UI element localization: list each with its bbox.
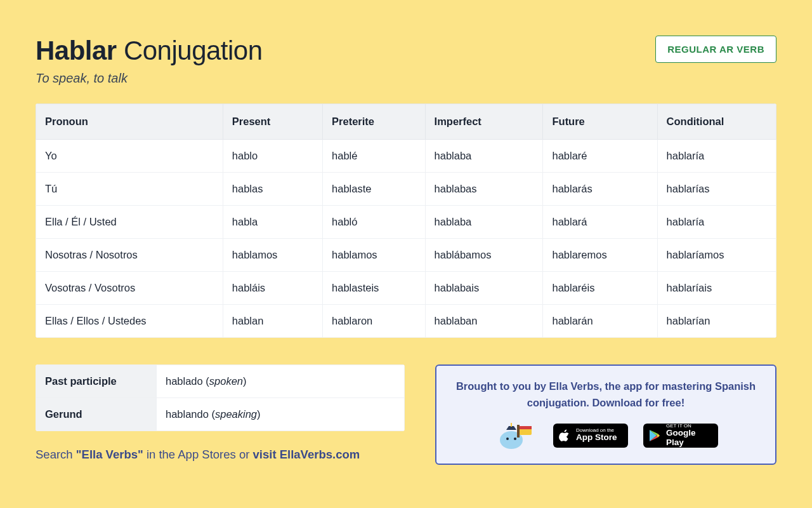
table-cell: hablamos <box>323 239 426 272</box>
table-header: Preterite <box>323 104 426 140</box>
table-cell: hablaron <box>323 305 426 338</box>
app-store-button[interactable]: Download on the App Store <box>553 424 628 448</box>
table-cell: Ella / Él / Usted <box>36 206 223 239</box>
header: Hablar Conjugation To speak, to talk REG… <box>36 36 776 86</box>
table-cell: Nosotras / Nosotros <box>36 239 223 272</box>
table-row: Yohablohabléhablabahablaréhablaría <box>36 140 776 173</box>
table-cell: hablaste <box>323 173 426 206</box>
search-instructions: Search "Ella Verbs" in the App Stores or… <box>36 448 405 462</box>
svg-rect-6 <box>511 423 512 427</box>
table-cell: hablaré <box>543 140 657 173</box>
table-row: Ellas / Ellos / Ustedeshablanhablaronhab… <box>36 305 776 338</box>
table-cell: hablasteis <box>323 272 426 305</box>
table-cell: hablaremos <box>543 239 657 272</box>
table-cell: hablarás <box>543 173 657 206</box>
table-header-row: PronounPresentPreteriteImperfectFutureCo… <box>36 104 776 140</box>
table-cell: hablo <box>223 140 322 173</box>
forms-table: Past participle hablado (spoken) Gerund … <box>36 364 405 431</box>
title-block: Hablar Conjugation To speak, to talk <box>36 36 263 86</box>
google-play-button[interactable]: GET IT ON Google Play <box>643 424 718 448</box>
past-participle-value: hablado (spoken) <box>157 365 405 398</box>
svg-rect-5 <box>517 425 520 438</box>
past-participle-row: Past participle hablado (spoken) <box>36 365 405 398</box>
gerund-value: hablando (speaking) <box>157 398 405 431</box>
table-body: YohablohabléhablabahablaréhablaríaTúhabl… <box>36 140 776 338</box>
table-cell: habla <box>223 206 322 239</box>
table-cell: hablaría <box>657 206 776 239</box>
table-cell: hablamos <box>223 239 322 272</box>
table-row: Ella / Él / Ustedhablahablóhablabahablar… <box>36 206 776 239</box>
table-header: Imperfect <box>425 104 543 140</box>
website-link[interactable]: visit EllaVerbs.com <box>253 448 360 461</box>
title-suffix: Conjugation <box>124 36 263 65</box>
table-cell: Vosotras / Vosotros <box>36 272 223 305</box>
page-title: Hablar Conjugation <box>36 36 263 66</box>
app-store-big-text: App Store <box>576 433 620 443</box>
table-cell: hablaréis <box>543 272 657 305</box>
forms-section: Past participle hablado (spoken) Gerund … <box>36 364 405 462</box>
table-cell: hablarán <box>543 305 657 338</box>
conjugation-table: PronounPresentPreteriteImperfectFutureCo… <box>36 104 776 338</box>
table-cell: hablaba <box>425 206 543 239</box>
verb-name: Hablar <box>36 36 117 65</box>
gerund-row: Gerund hablando (speaking) <box>36 398 405 431</box>
table-cell: Tú <box>36 173 223 206</box>
past-participle-label: Past participle <box>36 365 157 398</box>
table-row: Túhablashablastehablabashablaráshablaría… <box>36 173 776 206</box>
table-cell: hablaríamos <box>657 239 776 272</box>
table-header: Pronoun <box>36 104 223 140</box>
table-cell: habló <box>323 206 426 239</box>
table-cell: hablé <box>323 140 426 173</box>
table-row: Vosotras / Vosotroshabláishablasteishabl… <box>36 272 776 305</box>
table-cell: Yo <box>36 140 223 173</box>
google-play-icon <box>649 429 660 442</box>
gerund-label: Gerund <box>36 398 157 431</box>
svg-point-2 <box>514 438 516 440</box>
table-cell: Ellas / Ellos / Ustedes <box>36 305 223 338</box>
table-cell: hablan <box>223 305 322 338</box>
table-header: Present <box>223 104 322 140</box>
promo-buttons-row: Download on the App Store GET IT ON Goog… <box>454 421 757 450</box>
mascot-icon <box>494 421 538 450</box>
table-cell: hablaban <box>425 305 543 338</box>
table-cell: hablará <box>543 206 657 239</box>
bottom-section: Past participle hablado (spoken) Gerund … <box>36 364 776 465</box>
table-header: Conditional <box>657 104 776 140</box>
promo-text: Brought to you by Ella Verbs, the app fo… <box>454 378 757 411</box>
table-cell: hablaría <box>657 140 776 173</box>
table-cell: habláis <box>223 272 322 305</box>
table-cell: hablabas <box>425 173 543 206</box>
table-cell: hablas <box>223 173 322 206</box>
table-row: Nosotras / Nosotroshablamoshablamoshablá… <box>36 239 776 272</box>
verb-type-badge: REGULAR AR VERB <box>655 36 776 63</box>
svg-point-1 <box>506 438 509 440</box>
table-cell: hablaríais <box>657 272 776 305</box>
table-cell: hablarían <box>657 305 776 338</box>
table-header: Future <box>543 104 657 140</box>
svg-rect-4 <box>519 426 532 429</box>
table-cell: hablabais <box>425 272 543 305</box>
table-cell: hablábamos <box>425 239 543 272</box>
table-cell: hablarías <box>657 173 776 206</box>
apple-icon <box>559 429 570 442</box>
google-play-big-text: Google Play <box>666 429 710 448</box>
promo-box: Brought to you by Ella Verbs, the app fo… <box>435 364 776 465</box>
table-cell: hablaba <box>425 140 543 173</box>
verb-translation: To speak, to talk <box>36 71 263 86</box>
